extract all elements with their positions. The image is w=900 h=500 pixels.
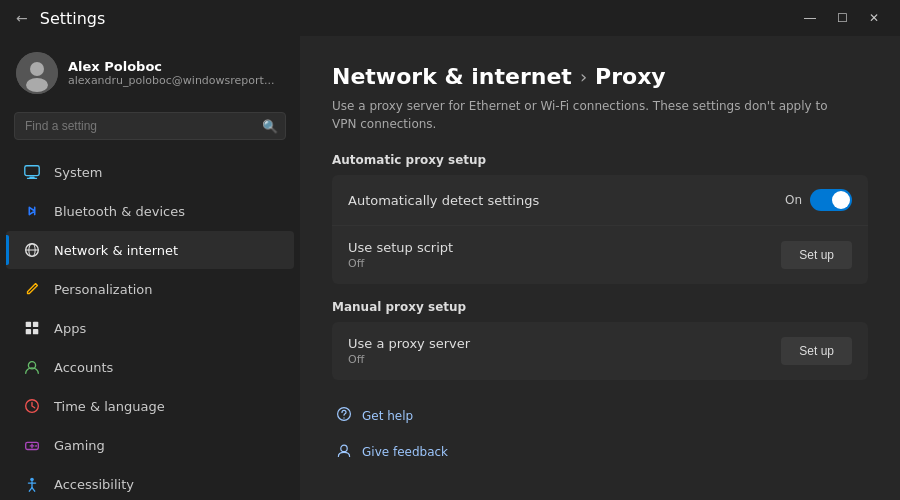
user-name: Alex Poloboc (68, 59, 284, 74)
system-icon (22, 162, 42, 182)
sidebar-item-gaming[interactable]: Gaming (6, 426, 294, 464)
sidebar-label-time: Time & language (54, 399, 165, 414)
user-profile[interactable]: Alex Poloboc alexandru_poloboc@windowsre… (0, 36, 300, 106)
breadcrumb-parent: Network & internet (332, 64, 572, 89)
breadcrumb-separator: › (580, 66, 587, 87)
give-feedback-label: Give feedback (362, 445, 448, 459)
main-content: Network & internet › Proxy Use a proxy s… (300, 36, 900, 500)
setup-script-status: Off (348, 257, 453, 270)
sidebar-label-bluetooth: Bluetooth & devices (54, 204, 185, 219)
sidebar-label-apps: Apps (54, 321, 86, 336)
svg-rect-3 (25, 166, 39, 176)
sidebar-item-bluetooth[interactable]: Bluetooth & devices (6, 192, 294, 230)
setup-script-info: Use setup script Off (348, 240, 453, 270)
section-label-manual: Manual proxy setup (332, 300, 868, 314)
sidebar-nav: System Bluetooth & devices Network & int… (0, 152, 300, 500)
breadcrumb: Network & internet › Proxy (332, 64, 868, 89)
get-help-icon (336, 406, 352, 426)
setup-script-row: Use setup script Off Set up (332, 226, 868, 284)
section-label-automatic: Automatic proxy setup (332, 153, 868, 167)
window-title: Settings (40, 9, 106, 28)
manual-proxy-card: Use a proxy server Off Set up (332, 322, 868, 380)
proxy-server-title: Use a proxy server (348, 336, 470, 351)
network-icon (22, 240, 42, 260)
sidebar-label-personalization: Personalization (54, 282, 153, 297)
apps-icon (22, 318, 42, 338)
sidebar-item-time[interactable]: Time & language (6, 387, 294, 425)
proxy-server-row: Use a proxy server Off Set up (332, 322, 868, 380)
bluetooth-icon (22, 201, 42, 221)
sidebar-label-accounts: Accounts (54, 360, 113, 375)
give-feedback-icon (336, 442, 352, 462)
auto-detect-row: Automatically detect settings On (332, 175, 868, 226)
accounts-icon (22, 357, 42, 377)
minimize-button[interactable]: — (796, 8, 824, 28)
maximize-button[interactable]: ☐ (828, 8, 856, 28)
accessibility-icon (22, 474, 42, 494)
page-subtitle: Use a proxy server for Ethernet or Wi-Fi… (332, 97, 832, 133)
sidebar-label-accessibility: Accessibility (54, 477, 134, 492)
svg-rect-10 (33, 322, 38, 327)
svg-point-1 (30, 62, 44, 76)
back-button[interactable]: ← (12, 8, 32, 28)
automatic-proxy-card: Automatically detect settings On Use set… (332, 175, 868, 284)
app-body: Alex Poloboc alexandru_poloboc@windowsre… (0, 36, 900, 500)
sidebar-item-system[interactable]: System (6, 153, 294, 191)
sidebar-item-personalization[interactable]: Personalization (6, 270, 294, 308)
sidebar-item-accessibility[interactable]: Accessibility (6, 465, 294, 500)
auto-detect-info: Automatically detect settings (348, 193, 539, 208)
setup-script-title: Use setup script (348, 240, 453, 255)
sidebar-label-network: Network & internet (54, 243, 178, 258)
sidebar-item-network[interactable]: Network & internet (6, 231, 294, 269)
user-email: alexandru_poloboc@windowsreport... (68, 74, 284, 87)
sidebar-item-apps[interactable]: Apps (6, 309, 294, 347)
svg-rect-9 (26, 322, 31, 327)
auto-detect-title: Automatically detect settings (348, 193, 539, 208)
svg-rect-12 (33, 329, 38, 334)
proxy-server-button[interactable]: Set up (781, 337, 852, 365)
sidebar-item-accounts[interactable]: Accounts (6, 348, 294, 386)
svg-point-18 (35, 445, 37, 447)
user-info: Alex Poloboc alexandru_poloboc@windowsre… (68, 59, 284, 87)
give-feedback-link[interactable]: Give feedback (332, 436, 452, 468)
sidebar-label-system: System (54, 165, 102, 180)
help-links: Get help Give feedback (332, 400, 868, 468)
svg-point-19 (30, 478, 34, 482)
personalization-icon (22, 279, 42, 299)
sidebar-label-gaming: Gaming (54, 438, 105, 453)
svg-point-25 (343, 417, 344, 418)
avatar (16, 52, 58, 94)
svg-line-23 (32, 488, 35, 492)
close-button[interactable]: ✕ (860, 8, 888, 28)
breadcrumb-current: Proxy (595, 64, 666, 89)
search-input[interactable] (14, 112, 286, 140)
gaming-icon (22, 435, 42, 455)
window-controls: — ☐ ✕ (796, 8, 888, 28)
time-icon (22, 396, 42, 416)
proxy-server-info: Use a proxy server Off (348, 336, 470, 366)
svg-point-26 (341, 445, 347, 451)
get-help-link[interactable]: Get help (332, 400, 417, 432)
proxy-server-status: Off (348, 353, 470, 366)
auto-detect-toggle-wrap: On (785, 189, 852, 211)
search-icon: 🔍 (262, 119, 278, 134)
setup-script-button[interactable]: Set up (781, 241, 852, 269)
search-box: 🔍 (14, 112, 286, 140)
auto-detect-toggle[interactable] (810, 189, 852, 211)
sidebar: Alex Poloboc alexandru_poloboc@windowsre… (0, 36, 300, 500)
toggle-label: On (785, 193, 802, 207)
title-bar: ← Settings — ☐ ✕ (0, 0, 900, 36)
get-help-label: Get help (362, 409, 413, 423)
svg-rect-11 (26, 329, 31, 334)
svg-point-2 (26, 78, 48, 92)
